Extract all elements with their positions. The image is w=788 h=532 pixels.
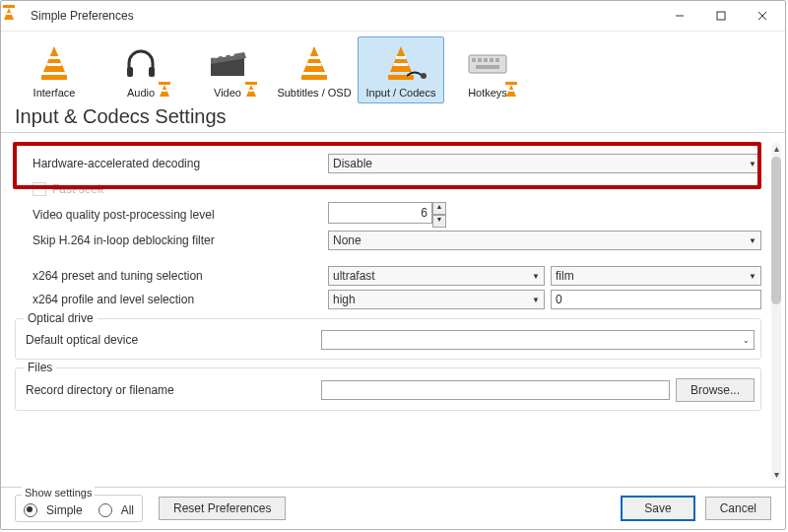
cat-video[interactable]: Video [184,36,271,103]
x264-profile-value: high [333,293,356,306]
cancel-button[interactable]: Cancel [705,497,771,520]
svg-rect-4 [127,67,133,77]
cone-icon [34,43,74,83]
show-settings-group: Show settings Simple All [15,495,143,522]
page-title: Input & Codecs Settings [1,105,785,133]
cat-label: Audio [127,87,155,99]
post-processing-value: 6 [421,206,427,220]
save-button[interactable]: Save [621,496,694,521]
hw-decoding-label: Hardware-accelerated decoding [15,157,328,170]
radio-simple[interactable] [24,503,37,517]
headphones-icon [121,43,161,83]
preferences-window: Simple Preferences Interface [0,0,786,530]
bottom-bar: Show settings Simple All Reset Preferenc… [1,487,785,529]
browse-button[interactable]: Browse... [676,378,755,402]
cat-label: Hotkeys [468,87,507,99]
keyboard-icon [468,43,507,83]
category-bar: Interface Audio Video Subtitles / OSD [1,32,785,105]
window-controls [659,2,783,30]
reset-preferences-button[interactable]: Reset Preferences [159,497,286,520]
settings-scroll-area: Hardware-accelerated decoding Disable ▼ … [1,137,785,487]
x264-preset-dropdown[interactable]: ultrafast ▼ [328,266,545,286]
scrollbar[interactable]: ▴ ▾ [771,143,781,481]
x264-preset-label: x264 preset and tuning selection [15,269,328,283]
skip-h264-dropdown[interactable]: None ▼ [328,231,761,250]
svg-rect-13 [472,58,476,62]
svg-rect-15 [484,58,488,62]
chevron-down-icon: ▼ [532,272,540,281]
cat-label: Video [214,87,241,99]
svg-rect-17 [495,58,499,62]
browse-label: Browse... [690,383,740,397]
svg-rect-1 [717,12,725,20]
x264-preset-value: ultrafast [333,269,375,283]
optical-device-label: Default optical device [22,333,321,347]
scrollbar-thumb[interactable] [771,157,781,304]
reset-label: Reset Preferences [173,501,271,515]
cat-audio[interactable]: Audio [98,36,184,103]
optical-group: Optical drive Default optical device ⌄ [15,318,761,360]
scroll-down-icon[interactable]: ▾ [771,469,781,481]
maximize-button[interactable] [700,2,742,30]
cat-label: Subtitles / OSD [277,87,351,99]
chevron-down-icon: ▼ [532,296,540,304]
save-label: Save [644,501,671,515]
svg-rect-16 [490,58,493,62]
cat-subtitles[interactable]: Subtitles / OSD [271,36,358,103]
hw-decoding-dropdown[interactable]: Disable ▼ [328,154,761,173]
svg-rect-8 [213,50,218,59]
record-dir-input[interactable] [321,380,670,400]
skip-h264-label: Skip H.264 in-loop deblocking filter [15,233,328,247]
x264-profile-label: x264 profile and level selection [15,293,328,306]
x264-profile-dropdown[interactable]: high ▼ [328,290,545,309]
show-settings-label: Show settings [22,487,95,499]
svg-point-11 [421,73,427,79]
radio-simple-label: Simple [46,503,83,517]
cat-interface[interactable]: Interface [11,36,98,103]
close-button[interactable] [742,2,783,30]
x264-tune-value: film [556,269,574,283]
window-title: Simple Preferences [31,9,659,23]
skip-h264-value: None [333,233,361,247]
post-processing-label: Video quality post-processing level [15,208,328,222]
x264-level-value: 0 [556,293,562,306]
fast-seek-checkbox[interactable] [33,182,46,196]
clapperboard-icon [208,43,247,83]
files-group-label: Files [24,361,56,374]
chevron-down-icon: ▼ [749,272,756,281]
app-icon [9,8,25,24]
svg-rect-12 [469,55,506,73]
optical-device-dropdown[interactable]: ⌄ [321,330,755,350]
minimize-button[interactable] [659,2,700,30]
cat-hotkeys[interactable]: Hotkeys [444,36,531,103]
scroll-up-icon[interactable]: ▴ [771,143,781,155]
spin-down-icon[interactable]: ▼ [432,215,446,228]
cat-label: Interface [33,87,76,99]
x264-tune-dropdown[interactable]: film ▼ [551,266,761,286]
cancel-label: Cancel [720,501,756,515]
hw-decoding-value: Disable [333,157,372,170]
x264-level-input[interactable]: 0 [551,290,761,309]
chevron-down-icon: ▼ [749,236,756,245]
chevron-down-icon: ⌄ [743,336,750,345]
post-processing-spinbox[interactable]: 6 ▲ ▼ [328,202,446,228]
record-dir-label: Record directory or filename [22,383,321,397]
titlebar: Simple Preferences [1,1,785,32]
cone-cable-icon [381,43,421,83]
fast-seek-label: Fast seek [52,182,103,196]
spin-up-icon[interactable]: ▲ [432,202,446,215]
svg-rect-14 [478,58,482,62]
chevron-down-icon: ▼ [749,160,756,168]
radio-all-label: All [121,503,134,517]
optical-group-label: Optical drive [24,311,98,325]
cat-input-codecs[interactable]: Input / Codecs [358,36,444,103]
cone-icon [295,43,334,83]
svg-rect-18 [476,65,499,69]
svg-rect-9 [221,49,226,58]
cat-label: Input / Codecs [366,87,436,99]
files-group: Files Record directory or filename Brows… [15,367,761,411]
svg-rect-5 [149,67,155,77]
radio-all[interactable] [98,503,112,517]
